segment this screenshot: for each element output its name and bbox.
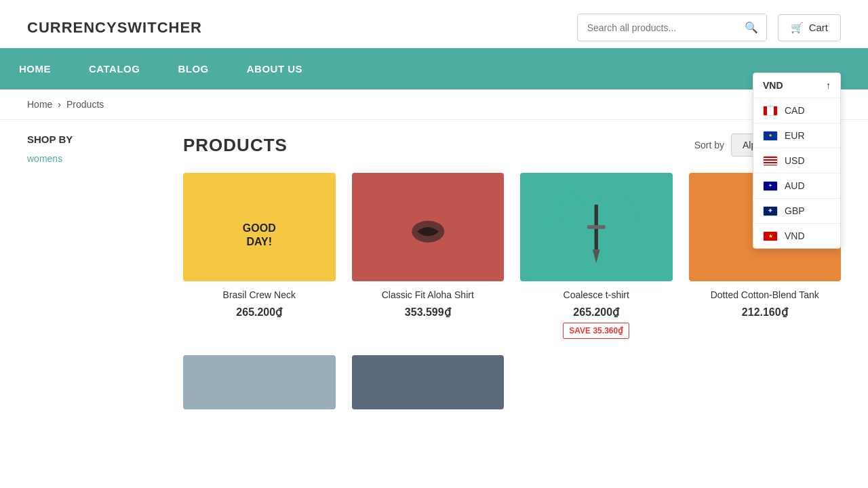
flag-uk: ✚	[763, 206, 778, 216]
sidebar-title: SHOP BY	[27, 134, 163, 145]
tshirt-svg	[352, 355, 505, 409]
sidebar-filter-womens[interactable]: womens	[27, 153, 163, 164]
product-image	[520, 173, 673, 281]
nav-item-catalog[interactable]: CATALOG	[70, 48, 159, 89]
currency-option-usd[interactable]: USD	[753, 148, 840, 174]
currency-label-vnd: VND	[785, 230, 805, 241]
sort-label: Sort by	[694, 140, 724, 150]
header: CURRENCYSWITCHER 🔍 🛒 Cart	[0, 0, 868, 55]
cart-icon: 🛒	[791, 22, 804, 34]
currency-arrow: ↑	[826, 80, 831, 91]
search-input[interactable]	[578, 16, 736, 40]
product-name: Dotted Cotton-Blend Tank	[689, 289, 842, 300]
currency-label-eur: EUR	[785, 130, 805, 141]
product-price: 353.599₫	[352, 306, 505, 319]
logo: CURRENCYSWITCHER	[27, 19, 202, 37]
currency-dropdown: VND ↑ CAD ★ EUR USD ✦ AUD	[753, 73, 841, 249]
search-button[interactable]: 🔍	[736, 14, 766, 41]
nav-item-about[interactable]: ABOUT US	[228, 48, 321, 89]
currency-label-gbp: GBP	[785, 205, 805, 216]
main-nav: HOME CATALOG BLOG ABOUT US	[0, 48, 868, 89]
product-image	[352, 355, 505, 409]
product-card[interactable]: Coalesce t-shirt 265.200₫ SAVE 35.360₫	[520, 173, 673, 339]
flag-vietnam: ★	[763, 231, 778, 241]
search-bar: 🔍	[577, 14, 767, 41]
tshirt-svg	[520, 173, 673, 281]
breadcrumb: Home › Products	[0, 89, 868, 120]
product-grid: GOOD DAY! Brasil Crew Neck 265.200₫ Clas…	[183, 173, 841, 418]
product-image	[183, 355, 336, 409]
cart-button[interactable]: 🛒 Cart	[778, 14, 841, 41]
currency-option-aud[interactable]: ✦ AUD	[753, 174, 840, 199]
product-card[interactable]	[352, 355, 505, 418]
currency-option-vnd[interactable]: ★ VND	[753, 224, 840, 248]
nav-item-home[interactable]: HOME	[0, 48, 70, 89]
currency-option-cad[interactable]: CAD	[753, 98, 840, 123]
product-image: GOOD DAY!	[183, 173, 336, 281]
product-price: 265.200₫	[183, 306, 336, 319]
svg-marker-11	[225, 362, 293, 409]
flag-australia: ✦	[763, 181, 778, 191]
nav-item-blog[interactable]: BLOG	[159, 48, 227, 89]
save-badge: SAVE 35.360₫	[563, 323, 629, 339]
products-title: PRODUCTS	[183, 135, 288, 156]
flag-canada	[763, 106, 778, 116]
svg-marker-12	[394, 362, 462, 409]
currency-label-usd: USD	[785, 155, 805, 166]
currency-current: VND	[763, 80, 783, 91]
sidebar: SHOP BY womens	[27, 134, 163, 418]
flag-usa	[763, 156, 778, 166]
tshirt-svg: GOOD DAY!	[183, 173, 336, 281]
cart-label: Cart	[809, 22, 828, 33]
currency-option-gbp[interactable]: ✚ GBP	[753, 199, 840, 224]
product-name: Classic Fit Aloha Shirt	[352, 289, 505, 300]
main-content: SHOP BY womens PRODUCTS Sort by Alphabet…	[0, 120, 868, 431]
product-image	[352, 173, 505, 281]
tshirt-svg	[183, 355, 336, 409]
breadcrumb-separator: ›	[58, 99, 61, 110]
product-name: Coalesce t-shirt	[520, 289, 673, 300]
currency-option-eur[interactable]: ★ EUR	[753, 123, 840, 148]
tshirt-svg	[352, 173, 505, 281]
currency-label-cad: CAD	[785, 105, 805, 116]
breadcrumb-current: Products	[66, 99, 104, 110]
products-area: PRODUCTS Sort by Alphabetically, A-Z Alp…	[183, 134, 841, 418]
product-card[interactable]: GOOD DAY! Brasil Crew Neck 265.200₫	[183, 173, 336, 339]
product-card[interactable]: Classic Fit Aloha Shirt 353.599₫	[352, 173, 505, 339]
product-card[interactable]	[183, 355, 336, 418]
flag-eu: ★	[763, 131, 778, 141]
search-icon: 🔍	[745, 22, 758, 33]
currency-dropdown-header: VND ↑	[753, 73, 840, 98]
svg-text:GOOD: GOOD	[243, 222, 276, 234]
header-right: 🔍 🛒 Cart	[577, 14, 841, 41]
product-name: Brasil Crew Neck	[183, 289, 336, 300]
product-price: 265.200₫	[520, 306, 673, 319]
svg-text:DAY!: DAY!	[246, 236, 272, 247]
svg-rect-8	[587, 225, 606, 228]
products-header: PRODUCTS Sort by Alphabetically, A-Z Alp…	[183, 134, 841, 157]
currency-label-aud: AUD	[785, 180, 805, 191]
product-price: 212.160₫	[689, 306, 842, 319]
breadcrumb-home[interactable]: Home	[27, 99, 52, 110]
